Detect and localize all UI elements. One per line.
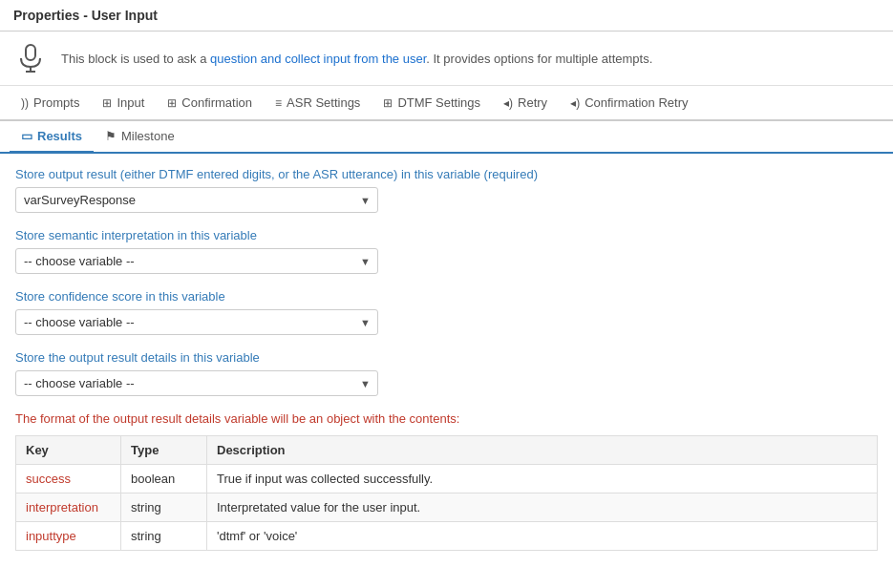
col-header-type: Type (121, 436, 207, 465)
dtmf-icon: ⊞ (383, 96, 393, 110)
field-confidence: Store confidence score in this variable … (15, 289, 878, 335)
tab-confirmation[interactable]: ⊞ Confirmation (156, 86, 264, 121)
tab-asr-label: ASR Settings (287, 95, 360, 110)
sub-tab-milestone[interactable]: ⚑ Milestone (94, 121, 186, 154)
conf-retry-icon: ◂) (570, 96, 580, 110)
tab-input-label: Input (117, 95, 144, 110)
field-semantic: Store semantic interpretation in this va… (15, 228, 878, 274)
tab-asr-settings[interactable]: ≡ ASR Settings (264, 86, 372, 121)
field-result-details: Store the output result details in this … (15, 350, 878, 396)
table-row: interpretation string Interpretated valu… (16, 494, 878, 522)
semantic-select[interactable]: -- choose variable -- (15, 248, 378, 274)
tab-dtmf-settings[interactable]: ⊞ DTMF Settings (372, 86, 492, 121)
sub-tab-results-label: Results (37, 129, 82, 143)
confirmation-icon: ⊞ (167, 96, 177, 110)
mic-icon (13, 41, 48, 75)
svg-rect-0 (26, 45, 35, 60)
tab-conf-retry-label: Confirmation Retry (585, 95, 688, 110)
prompts-icon: )) (21, 96, 29, 110)
contents-table: Key Type Description success boolean Tru… (15, 435, 878, 551)
output-result-select-wrapper: varSurveyResponse -- choose variable -- … (15, 187, 378, 213)
sub-tab-results[interactable]: ▭ Results (10, 121, 94, 154)
content-area: Store output result (either DTMF entered… (0, 154, 893, 564)
panel-title: Properties - User Input (0, 0, 893, 32)
asr-icon: ≡ (275, 96, 282, 110)
row-key-success: success (16, 465, 121, 494)
tab-retry[interactable]: ◂) Retry (492, 86, 559, 121)
row-desc-interpretation: Interpretated value for the user input. (207, 494, 878, 522)
info-text: This block is used to ask a question and… (61, 52, 652, 66)
field-output-result: Store output result (either DTMF entered… (15, 167, 878, 213)
row-type-interpretation: string (121, 494, 207, 522)
title-text: Properties - User Input (13, 8, 158, 23)
col-header-description: Description (207, 436, 878, 465)
result-details-select-wrapper: -- choose variable -- ▼ (15, 370, 378, 396)
confidence-select[interactable]: -- choose variable -- (15, 309, 378, 335)
tab-retry-label: Retry (518, 95, 547, 110)
format-note-text: The format of the output result details … (15, 411, 459, 426)
tab-confirmation-label: Confirmation (181, 95, 252, 110)
properties-panel: Properties - User Input This block is us… (0, 0, 893, 564)
retry-icon: ◂) (503, 96, 513, 110)
results-icon: ▭ (21, 129, 32, 143)
tab-prompts-label: Prompts (33, 95, 79, 110)
table-row: inputtype string 'dtmf' or 'voice' (16, 522, 878, 551)
result-details-label: Store the output result details in this … (15, 350, 878, 365)
row-key-inputtype: inputtype (16, 522, 121, 551)
semantic-select-wrapper: -- choose variable -- ▼ (15, 248, 378, 274)
info-section: This block is used to ask a question and… (0, 32, 893, 86)
output-result-select[interactable]: varSurveyResponse -- choose variable -- (15, 187, 378, 213)
milestone-icon: ⚑ (105, 129, 117, 143)
col-header-key: Key (16, 436, 121, 465)
row-desc-success: True if input was collected successfully… (207, 465, 878, 494)
sub-tabs: ▭ Results ⚑ Milestone (0, 121, 893, 154)
result-details-select[interactable]: -- choose variable -- (15, 370, 378, 396)
format-note: The format of the output result details … (15, 411, 878, 426)
table-row: success boolean True if input was collec… (16, 465, 878, 494)
tab-confirmation-retry[interactable]: ◂) Confirmation Retry (559, 86, 699, 121)
tab-dtmf-label: DTMF Settings (397, 95, 480, 110)
output-result-label: Store output result (either DTMF entered… (15, 167, 878, 181)
confidence-label: Store confidence score in this variable (15, 289, 878, 304)
tab-input[interactable]: ⊞ Input (91, 86, 156, 121)
confidence-select-wrapper: -- choose variable -- ▼ (15, 309, 378, 335)
tab-prompts[interactable]: )) Prompts (10, 86, 91, 121)
semantic-label: Store semantic interpretation in this va… (15, 228, 878, 242)
info-link[interactable]: question and collect input from the user (210, 52, 426, 66)
row-key-interpretation: interpretation (16, 494, 121, 522)
row-type-success: boolean (121, 465, 207, 494)
row-type-inputtype: string (121, 522, 207, 551)
main-tabs: )) Prompts ⊞ Input ⊞ Confirmation ≡ ASR … (0, 86, 893, 121)
sub-tab-milestone-label: Milestone (121, 129, 175, 143)
row-desc-inputtype: 'dtmf' or 'voice' (207, 522, 878, 551)
input-icon: ⊞ (102, 96, 112, 110)
